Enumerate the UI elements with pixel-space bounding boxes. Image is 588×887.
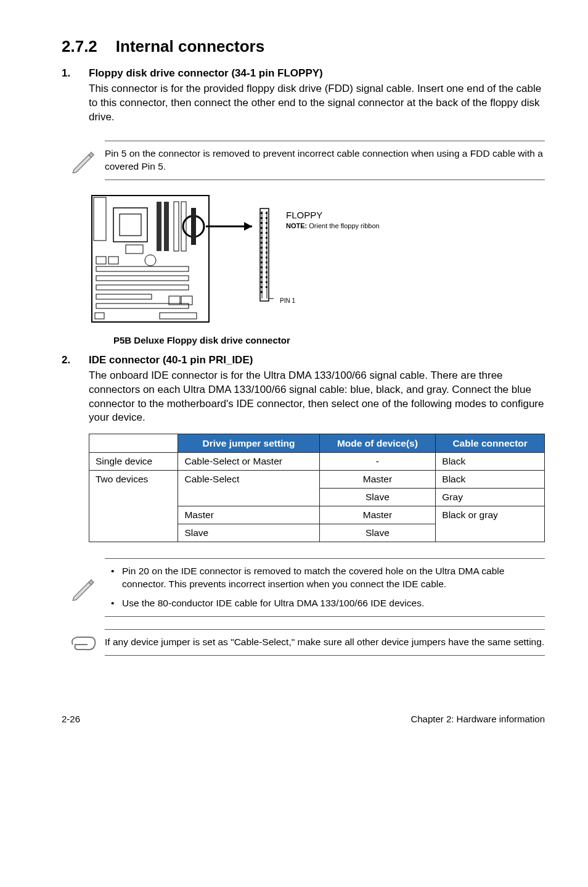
note-1-text: Pin 5 on the connector is removed to pre… [105,141,545,180]
diagram-area: FLOPPY NOTE: Orient the floppy ribbon PI… [89,192,545,345]
svg-rect-27 [266,212,267,214]
motherboard-diagram [89,192,274,328]
svg-rect-33 [266,227,267,229]
svg-rect-6 [174,202,179,251]
svg-rect-26 [261,212,263,214]
item-2-header: 2. IDE connector (40-1 pin PRI_IDE) [62,354,545,366]
svg-rect-44 [261,257,263,258]
item-2-number: 2. [62,354,89,366]
svg-rect-11 [96,276,189,281]
svg-rect-15 [96,257,106,264]
cell: Black or gray [436,506,545,542]
svg-rect-53 [266,276,267,278]
section-number: 2.7.2 [62,37,97,56]
svg-rect-52 [261,276,263,278]
svg-rect-5 [164,202,169,251]
pin-1-label: PIN 1 [280,297,295,304]
svg-rect-21 [160,313,197,319]
cell: Slave [319,524,436,542]
settings-table: Drive jumper setting Mode of device(s) C… [89,434,545,542]
pencil-icon [62,575,105,601]
item-1-number: 1. [62,67,89,80]
svg-rect-22 [95,313,104,319]
svg-rect-14 [96,303,189,308]
svg-rect-36 [261,237,263,239]
table-row: Single device Cable-Select or Master - B… [89,453,545,471]
svg-rect-3 [94,197,106,241]
section-heading: 2.7.2Internal connectors [62,37,545,56]
svg-rect-58 [261,291,263,293]
svg-rect-32 [261,227,263,229]
th-cable: Cable connector [436,434,545,453]
cell: Cable-Select [178,471,319,506]
svg-rect-46 [261,262,263,263]
svg-rect-1 [113,208,147,242]
svg-rect-18 [126,245,143,254]
cell: Gray [436,489,545,506]
svg-rect-4 [157,202,161,251]
floppy-note-text: Orient the floppy ribbon [309,222,379,229]
svg-rect-38 [261,242,263,244]
svg-rect-47 [266,262,267,263]
svg-rect-30 [261,222,263,224]
svg-rect-57 [266,286,267,288]
svg-rect-45 [266,257,267,258]
cell: - [319,453,436,471]
section-title: Internal connectors [116,37,264,56]
svg-rect-13 [96,294,152,299]
svg-rect-35 [266,232,267,234]
note-3-text: If any device jumper is set as "Cable-Se… [105,629,545,656]
svg-rect-12 [96,285,189,290]
th-empty [89,434,178,453]
pencil-icon [62,147,105,173]
item-2-body: The onboard IDE connector is for the Ult… [89,369,545,426]
svg-rect-10 [96,266,189,271]
floppy-label: FLOPPY [286,210,322,220]
svg-rect-2 [120,214,141,236]
note-2-text: Pin 20 on the IDE connector is removed t… [105,558,545,617]
svg-rect-54 [261,281,263,283]
th-mode: Mode of device(s) [319,434,436,453]
cell: Master [319,471,436,489]
note-2-item-2: Use the 80-conductor IDE cable for Ultra… [122,597,545,610]
th-jumper: Drive jumper setting [178,434,319,453]
svg-point-17 [145,255,156,266]
svg-rect-42 [261,252,263,254]
svg-rect-40 [261,247,263,249]
cell: Two devices [89,471,178,542]
item-2-title: IDE connector (40-1 pin PRI_IDE) [89,354,253,366]
cell: Black [436,471,545,489]
svg-rect-55 [266,281,267,283]
floppy-note-bold: NOTE: [286,222,307,229]
cell: Master [319,506,436,524]
svg-rect-51 [266,271,267,273]
cell: Slave [319,489,436,506]
paperclip-icon [62,632,105,653]
table-row: Two devices Cable-Select Master Black [89,471,545,489]
floppy-note: NOTE: Orient the floppy ribbon [286,222,380,230]
svg-rect-43 [266,252,267,254]
svg-rect-29 [266,217,267,219]
cell: Slave [178,524,319,542]
cell: Single device [89,453,178,471]
note-block-1: Pin 5 on the connector is removed to pre… [62,141,545,180]
svg-rect-50 [261,271,263,273]
svg-rect-56 [261,286,263,288]
svg-rect-9 [191,208,196,245]
svg-rect-31 [266,222,267,224]
cell: Cable-Select or Master [178,453,319,471]
footer-page: 2-26 [62,714,80,724]
item-1-header: 1. Floppy disk drive connector (34-1 pin… [62,67,545,80]
svg-rect-34 [261,232,263,234]
note-2-item-1: Pin 20 on the IDE connector is removed t… [122,565,545,591]
item-1-title: Floppy disk drive connector (34-1 pin FL… [89,67,323,80]
cell: Black [436,453,545,471]
page-footer: 2-26 Chapter 2: Hardware information [0,705,588,740]
svg-rect-28 [261,217,263,219]
item-1-body: This connector is for the provided flopp… [89,82,545,125]
svg-rect-49 [266,266,267,268]
svg-rect-37 [266,237,267,239]
svg-rect-16 [108,257,118,264]
note-block-2: Pin 20 on the IDE connector is removed t… [62,558,545,617]
diagram-caption: P5B Deluxe Floppy disk drive connector [113,335,545,345]
